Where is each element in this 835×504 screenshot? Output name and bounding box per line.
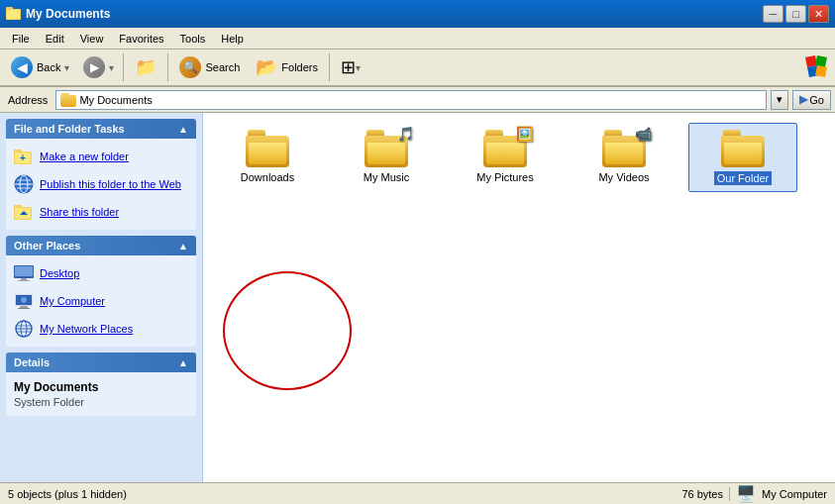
menu-view[interactable]: View	[72, 31, 112, 47]
desktop-icon	[14, 263, 34, 283]
forward-button[interactable]: ▶ ▾	[78, 51, 119, 83]
my-network-places-link[interactable]: My Network Places	[10, 317, 192, 341]
file-label: Our Folder	[714, 171, 773, 185]
window-controls[interactable]: ─ □ ✕	[763, 5, 829, 23]
window-title: My Documents	[26, 7, 763, 21]
music-folder-icon: 🎵	[365, 130, 408, 167]
toolbar-separator-2	[167, 53, 168, 81]
folders-icon: 📂	[256, 56, 277, 78]
publish-folder-link[interactable]: Publish this folder to the Web	[10, 172, 192, 196]
circle-annotation	[223, 271, 352, 390]
views-button[interactable]: ⊞ ▾	[334, 51, 364, 83]
list-item[interactable]: 🎵 My Music	[332, 123, 441, 192]
network-places-icon	[14, 319, 34, 339]
status-size-text: 76 bytes	[681, 488, 723, 500]
search-button[interactable]: 🔍 Search	[172, 51, 247, 83]
menu-favorites[interactable]: Favorites	[111, 31, 171, 47]
make-new-folder-label: Make a new folder	[40, 151, 129, 162]
music-emblem: 🎵	[397, 126, 414, 142]
file-area: Downloads 🎵 My Music 🖼️	[203, 113, 835, 482]
other-places-section: Other Places ▲ Desktop	[6, 236, 196, 347]
address-bar: Address My Documents ▾ ▶ Go	[0, 87, 835, 113]
file-grid: Downloads 🎵 My Music 🖼️	[213, 123, 825, 192]
close-button[interactable]: ✕	[808, 5, 829, 23]
details-header[interactable]: Details ▲	[6, 353, 196, 372]
other-places-title: Other Places	[14, 240, 80, 252]
up-button[interactable]: 📁	[128, 51, 163, 83]
list-item[interactable]: Our Folder	[688, 123, 797, 192]
forward-icon: ▶	[83, 56, 105, 78]
address-value: My Documents	[79, 94, 152, 106]
views-icon: ⊞	[341, 56, 356, 78]
status-right: 76 bytes 🖥️ My Computer	[681, 484, 827, 503]
file-label: Downloads	[241, 171, 294, 183]
title-bar: My Documents ─ □ ✕	[0, 0, 835, 28]
make-new-folder-link[interactable]: + Make a new folder	[10, 145, 192, 168]
folders-label: Folders	[281, 61, 318, 73]
back-dropdown-icon[interactable]: ▾	[64, 62, 69, 73]
share-icon	[14, 202, 34, 222]
new-folder-icon: +	[14, 147, 34, 166]
tasks-section-header[interactable]: File and Folder Tasks ▲	[6, 119, 196, 139]
menu-file[interactable]: File	[4, 31, 38, 47]
other-places-body: Desktop My Computer	[6, 255, 196, 347]
address-folder-icon	[60, 93, 76, 107]
sidebar: File and Folder Tasks ▲ + Make a new fol…	[0, 113, 203, 482]
desktop-link[interactable]: Desktop	[10, 261, 192, 285]
list-item[interactable]: 🖼️ My Pictures	[451, 123, 560, 192]
list-item[interactable]: Downloads	[213, 123, 322, 192]
go-label: Go	[809, 94, 824, 106]
file-label: My Videos	[598, 171, 649, 183]
status-separator	[729, 487, 730, 501]
details-item-subtitle: System Folder	[14, 396, 188, 408]
toolbar-separator-1	[123, 53, 124, 81]
svg-rect-18	[21, 278, 27, 280]
window-icon	[6, 6, 22, 22]
details-section: Details ▲ My Documents System Folder	[6, 353, 196, 416]
file-label: My Music	[364, 171, 409, 183]
main-layout: File and Folder Tasks ▲ + Make a new fol…	[0, 113, 835, 482]
back-label: Back	[37, 61, 60, 73]
minimize-button[interactable]: ─	[763, 5, 783, 23]
maximize-button[interactable]: □	[785, 5, 806, 23]
folders-button[interactable]: 📂 Folders	[249, 51, 325, 83]
my-computer-link[interactable]: My Computer	[10, 289, 192, 313]
address-dropdown[interactable]: ▾	[771, 90, 788, 110]
my-computer-icon	[14, 291, 34, 311]
forward-dropdown-icon[interactable]: ▾	[109, 62, 114, 73]
up-icon: 📁	[135, 56, 157, 78]
address-label: Address	[4, 94, 52, 106]
toolbar-separator-3	[329, 53, 330, 81]
pictures-folder-icon: 🖼️	[483, 130, 527, 167]
details-collapse-btn[interactable]: ▲	[178, 357, 188, 368]
svg-point-24	[21, 297, 27, 303]
share-folder-link[interactable]: Share this folder	[10, 200, 192, 224]
svg-rect-17	[15, 266, 33, 276]
svg-rect-19	[18, 280, 30, 281]
other-places-collapse-btn[interactable]: ▲	[178, 241, 188, 252]
menu-help[interactable]: Help	[213, 31, 252, 47]
search-label: Search	[205, 61, 240, 73]
search-icon: 🔍	[179, 56, 201, 78]
other-places-header[interactable]: Other Places ▲	[6, 236, 196, 255]
publish-icon	[14, 174, 34, 194]
file-label: My Pictures	[476, 171, 533, 183]
xp-logo	[801, 53, 831, 81]
back-button[interactable]: ◀ Back ▾	[4, 51, 76, 83]
list-item[interactable]: 📹 My Videos	[570, 123, 678, 192]
address-input[interactable]: My Documents	[55, 90, 767, 110]
tasks-collapse-btn[interactable]: ▲	[178, 124, 188, 135]
menu-edit[interactable]: Edit	[38, 31, 72, 47]
details-body: My Documents System Folder	[6, 372, 196, 416]
views-dropdown-icon[interactable]: ▾	[356, 62, 361, 73]
our-folder-icon	[721, 130, 765, 167]
menu-tools[interactable]: Tools	[172, 31, 214, 47]
my-network-places-label: My Network Places	[40, 323, 133, 335]
tasks-section-title: File and Folder Tasks	[14, 123, 125, 135]
tasks-section: File and Folder Tasks ▲ + Make a new fol…	[6, 119, 196, 230]
folder-icon	[246, 130, 289, 167]
menu-bar: File Edit View Favorites Tools Help	[0, 28, 835, 50]
go-button[interactable]: ▶ Go	[792, 90, 831, 110]
share-folder-label: Share this folder	[40, 206, 119, 218]
svg-text:+: +	[20, 152, 26, 163]
